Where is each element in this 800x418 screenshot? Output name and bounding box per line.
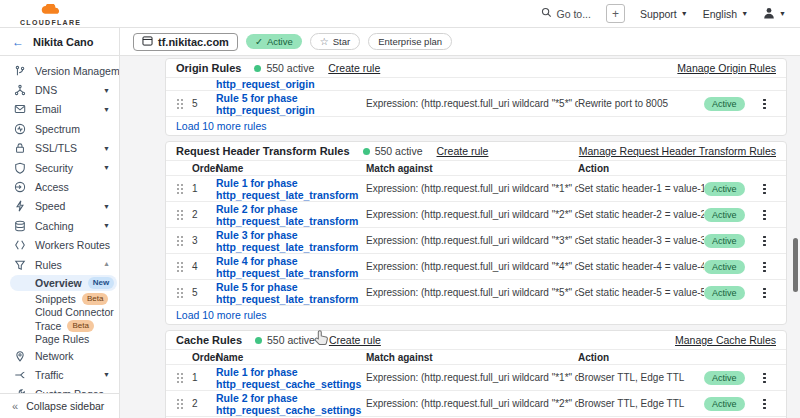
kebab-menu-icon[interactable] bbox=[763, 183, 766, 194]
rule-name-line2: http_request_origin bbox=[216, 104, 366, 116]
rule-name-line1: Rule 1 for phase bbox=[216, 366, 366, 378]
kebab-menu-icon[interactable] bbox=[763, 261, 766, 272]
sidebar-item-overview[interactable]: OverviewNew bbox=[10, 275, 117, 291]
drag-handle-icon[interactable] bbox=[176, 287, 183, 298]
support-menu[interactable]: Support ▼ bbox=[640, 8, 688, 20]
sidebar-item-label: Spectrum bbox=[35, 123, 80, 135]
manage-rules-link[interactable]: Manage Request Header Transform Rules bbox=[579, 145, 776, 157]
sidebar-item-email[interactable]: Email▼ bbox=[0, 100, 119, 119]
rule-name-link[interactable]: Rule 4 for phasehttp_request_late_transf… bbox=[216, 255, 366, 279]
lock-icon bbox=[13, 141, 27, 155]
star-button[interactable]: ☆ Star bbox=[310, 33, 360, 50]
rule-name-link[interactable]: Rule 2 for phasehttp_request_cache_setti… bbox=[216, 392, 366, 416]
sidebar-item-rules[interactable]: Rules▼ bbox=[0, 255, 119, 274]
add-button[interactable]: + bbox=[606, 4, 625, 23]
drag-handle-icon[interactable] bbox=[176, 98, 183, 109]
sidebar-item-snippets[interactable]: SnippetsBeta bbox=[0, 292, 119, 305]
manage-rules-link[interactable]: Manage Cache Rules bbox=[675, 334, 776, 346]
load-more-link[interactable]: Load 10 more rules bbox=[166, 306, 786, 324]
rule-name-cell: Rule 4 for phasehttp_request_late_transf… bbox=[216, 255, 366, 279]
rule-status-badge: Active bbox=[704, 208, 745, 222]
chevron-down-icon[interactable]: ▼ bbox=[103, 222, 110, 229]
sidebar-item-security[interactable]: Security▼ bbox=[0, 158, 119, 177]
rule-name-link[interactable]: Rule 5 for phasehttp_request_late_transf… bbox=[216, 281, 366, 305]
kebab-menu-icon[interactable] bbox=[763, 98, 766, 109]
rule-name-link[interactable]: Rule 3 for phasehttp_request_late_transf… bbox=[216, 229, 366, 253]
active-count: 550 active bbox=[266, 62, 314, 74]
main-area: tf.nikitac.com ✓ Active ☆ Star Enterpris… bbox=[120, 28, 800, 418]
sidebar-item-spectrum[interactable]: Spectrum bbox=[0, 119, 119, 138]
support-label: Support bbox=[640, 8, 677, 20]
sidebar-item-cloud-connector[interactable]: Cloud ConnectorBeta bbox=[0, 306, 119, 319]
chevron-down-icon[interactable]: ▼ bbox=[103, 203, 110, 210]
chevron-down-icon[interactable]: ▼ bbox=[103, 87, 110, 94]
domain-selector[interactable]: tf.nikitac.com bbox=[133, 33, 238, 51]
kebab-menu-icon[interactable] bbox=[763, 235, 766, 246]
goto-search[interactable]: Go to... bbox=[541, 7, 591, 20]
sidebar-item-speed[interactable]: Speed▼ bbox=[0, 197, 119, 216]
star-icon: ☆ bbox=[320, 36, 329, 47]
create-rule-link[interactable]: Create rule bbox=[328, 62, 380, 74]
rule-name-link[interactable]: Rule 5 for phasehttp_request_origin bbox=[216, 92, 366, 116]
create-rule-link[interactable]: Create rule bbox=[437, 145, 489, 157]
sidebar-item-custom-pages[interactable]: Custom Pages bbox=[0, 385, 119, 393]
speed-icon bbox=[13, 199, 27, 213]
chevron-down-icon[interactable]: ▼ bbox=[103, 164, 110, 171]
chevron-down-icon[interactable]: ▼ bbox=[103, 106, 110, 113]
kebab-menu-icon[interactable] bbox=[763, 287, 766, 298]
beta-badge: Beta bbox=[82, 293, 108, 305]
rule-name-cell: Rule 3 for phasehttp_request_late_transf… bbox=[216, 229, 366, 253]
manage-rules-link[interactable]: Manage Origin Rules bbox=[677, 62, 776, 74]
sidebar-item-page-rules[interactable]: Page Rules bbox=[0, 332, 119, 345]
rule-row: 3Rule 3 for phasehttp_request_late_trans… bbox=[166, 228, 786, 254]
cloudflare-logo[interactable]: CLOUDFLARE bbox=[20, 2, 81, 26]
rule-name-link[interactable]: Rule 2 for phasehttp_request_late_transf… bbox=[216, 203, 366, 227]
active-status-dot bbox=[255, 337, 262, 344]
rule-name-link[interactable]: Rule 1 for phasehttp_request_cache_setti… bbox=[216, 366, 366, 390]
rule-name-link[interactable]: Rule 1 for phasehttp_request_late_transf… bbox=[216, 177, 366, 201]
load-more-link[interactable]: Load 10 more rules bbox=[166, 117, 786, 135]
request-header-transform-rules-card: Request Header Transform Rules550 active… bbox=[165, 141, 787, 325]
plan-badge: Enterprise plan bbox=[368, 33, 452, 50]
shield-icon bbox=[13, 161, 27, 175]
sidebar-item-traffic[interactable]: Traffic▼ bbox=[0, 365, 119, 384]
drag-handle-icon[interactable] bbox=[176, 261, 183, 272]
chevron-down-icon[interactable]: ▼ bbox=[103, 145, 110, 152]
language-menu[interactable]: English ▼ bbox=[703, 8, 748, 20]
drag-handle-icon[interactable] bbox=[176, 209, 183, 220]
cloudflare-wordmark: CLOUDFLARE bbox=[20, 19, 81, 26]
active-count: 550 active bbox=[375, 145, 423, 157]
drag-handle-icon[interactable] bbox=[176, 372, 183, 383]
drag-handle-icon[interactable] bbox=[176, 398, 183, 409]
chevron-up-icon[interactable]: ▼ bbox=[103, 261, 110, 268]
kebab-menu-icon[interactable] bbox=[763, 398, 766, 409]
drag-handle-icon[interactable] bbox=[176, 235, 183, 246]
rule-status-badge: Active bbox=[704, 182, 745, 196]
sidebar-item-trace[interactable]: TraceBeta bbox=[0, 319, 119, 332]
rule-name-link[interactable]: http_request_origin bbox=[216, 78, 366, 90]
sidebar-item-workers-routes[interactable]: Workers Routes bbox=[0, 236, 119, 255]
kebab-menu-icon[interactable] bbox=[763, 372, 766, 383]
sidebar-item-access[interactable]: Access bbox=[0, 177, 119, 196]
sidebar-item-version-management[interactable]: Version Management bbox=[0, 61, 119, 80]
back-arrow-icon[interactable]: ← bbox=[12, 35, 24, 49]
sidebar-item-label: DNS bbox=[35, 84, 57, 96]
vertical-scrollbar[interactable] bbox=[793, 238, 798, 292]
create-rule-link[interactable]: Create rule bbox=[329, 334, 381, 346]
drag-handle-icon[interactable] bbox=[176, 183, 183, 194]
rule-match-expression: Expression: (http.request.full_uri wildc… bbox=[366, 287, 578, 298]
collapse-sidebar-button[interactable]: « Collapse sidebar bbox=[0, 393, 119, 418]
user-menu[interactable]: ▼ bbox=[763, 7, 786, 21]
sidebar-item-ssl-tls[interactable]: SSL/TLS▼ bbox=[0, 139, 119, 158]
rules-icon bbox=[13, 258, 27, 272]
column-header-action: Action bbox=[578, 163, 704, 174]
rule-order: 2 bbox=[192, 398, 216, 409]
sidebar-item-dns[interactable]: DNS▼ bbox=[0, 80, 119, 99]
sidebar-item-network[interactable]: Network bbox=[0, 346, 119, 365]
sidebar-subitem-label: Page Rules bbox=[35, 333, 89, 345]
sidebar-item-caching[interactable]: Caching▼ bbox=[0, 216, 119, 235]
kebab-menu-icon[interactable] bbox=[763, 209, 766, 220]
rule-status-badge: Active bbox=[704, 286, 745, 300]
chevron-down-icon[interactable]: ▼ bbox=[103, 371, 110, 378]
account-name: Nikita Cano bbox=[33, 36, 94, 48]
